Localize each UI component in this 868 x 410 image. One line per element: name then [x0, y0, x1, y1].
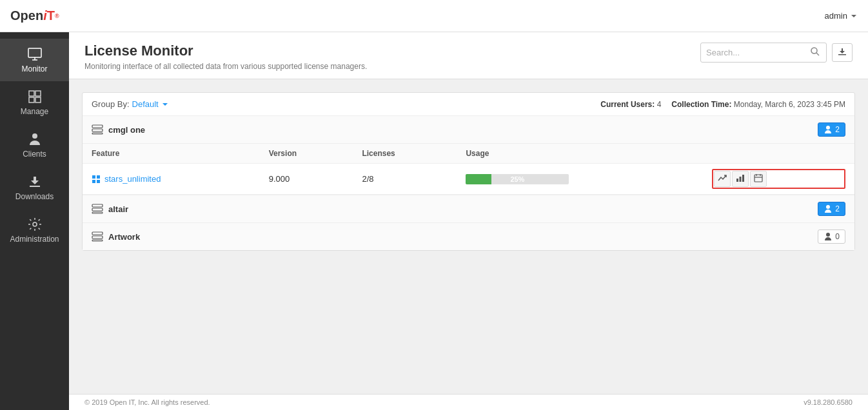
calendar-button[interactable]	[750, 171, 767, 187]
svg-rect-0	[28, 48, 41, 57]
current-users-label: Current Users:	[600, 100, 655, 109]
user-menu[interactable]: admin	[825, 11, 858, 21]
svg-line-11	[816, 53, 819, 55]
monitor-icon	[27, 46, 43, 62]
server-icon-altair	[92, 203, 103, 215]
current-users-value: 4	[657, 100, 662, 109]
sidebar-label-clients: Clients	[23, 150, 46, 159]
administration-icon	[27, 217, 43, 232]
lm-group-artwork: Artwork 0	[83, 223, 854, 250]
content-spacer	[69, 264, 868, 394]
altair-user-badge[interactable]: 2	[818, 202, 845, 216]
progress-bar-fill: 25%	[466, 174, 491, 184]
progress-bar-bg: 25%	[466, 174, 569, 184]
artwork-user-badge[interactable]: 0	[818, 229, 845, 244]
downloads-icon	[27, 174, 43, 190]
version-cell: 9.000	[260, 164, 353, 195]
users-icon-altair	[824, 204, 833, 213]
svg-rect-20	[97, 180, 100, 183]
trend-chart-button[interactable]	[714, 171, 731, 187]
sidebar-label-manage: Manage	[21, 107, 48, 116]
th-actions	[703, 144, 854, 164]
svg-rect-13	[92, 125, 103, 128]
group-by-chevron-icon[interactable]	[161, 101, 169, 108]
lm-header-artwork: Artwork 0	[83, 223, 854, 250]
lm-name-altair-text: altair	[108, 204, 128, 214]
sidebar-item-manage[interactable]: Manage	[0, 81, 69, 124]
collection-time-info: Collection Time: Monday, March 6, 2023 3…	[671, 100, 845, 109]
sidebar-item-administration[interactable]: Administration	[0, 209, 69, 251]
trend-icon	[718, 173, 727, 182]
svg-point-31	[826, 205, 830, 209]
search-box	[700, 43, 827, 63]
username-label: admin	[825, 11, 847, 21]
bar-chart-button[interactable]	[732, 171, 749, 187]
usage-bar-container: 25%	[466, 174, 693, 184]
sidebar-label-administration: Administration	[10, 235, 59, 244]
search-input[interactable]	[706, 48, 809, 57]
bar-chart-icon	[736, 173, 745, 182]
table-header-row: Feature Version Licenses Usage	[83, 144, 854, 164]
collection-info: Current Users: 4 Collection Time: Monday…	[600, 100, 845, 109]
group-by-control: Group By: Default	[92, 99, 169, 109]
svg-rect-23	[742, 175, 744, 182]
feature-grid-icon	[92, 175, 101, 184]
clients-icon	[27, 132, 43, 147]
copyright-text: © 2019 Open IT, Inc. All rights reserved…	[84, 398, 210, 406]
svg-point-7	[32, 133, 37, 139]
lm-header-cmgl: cmgl one 2	[83, 116, 854, 143]
svg-rect-19	[92, 180, 95, 183]
server-icon-artwork	[92, 231, 103, 242]
svg-rect-12	[838, 54, 846, 55]
svg-rect-3	[29, 91, 34, 96]
svg-rect-5	[29, 97, 34, 102]
altair-user-count: 2	[835, 204, 840, 213]
sidebar-item-clients[interactable]: Clients	[0, 124, 69, 166]
svg-rect-15	[92, 133, 103, 134]
usage-cell: 25%	[457, 164, 702, 195]
svg-point-16	[826, 126, 830, 130]
sidebar: Monitor Manage Clients Downloads Adminis…	[0, 32, 69, 410]
svg-point-9	[33, 222, 37, 226]
svg-rect-22	[739, 177, 741, 182]
collection-time-value: Monday, March 6, 2023 3:45 PM	[734, 100, 845, 109]
search-button[interactable]	[809, 46, 821, 59]
manage-icon	[27, 89, 43, 104]
license-table-section: Group By: Default Current Users: 4 Colle…	[82, 92, 855, 251]
search-icon	[811, 47, 820, 56]
feature-name-stars: stars_unlimited	[104, 174, 161, 184]
feature-table-cmgl: Feature Version Licenses Usage	[83, 143, 854, 195]
group-by-value[interactable]: Default	[132, 99, 159, 109]
progress-label: 25%	[510, 174, 524, 184]
svg-rect-33	[92, 236, 103, 239]
current-users-info: Current Users: 4	[600, 100, 661, 109]
actions-cell	[703, 164, 854, 195]
svg-rect-24	[755, 175, 762, 182]
feature-row-stars: stars_unlimited 9.000 2/8 25	[83, 164, 854, 195]
svg-rect-14	[92, 129, 103, 132]
svg-rect-32	[92, 232, 103, 235]
cmgl-user-count: 2	[835, 125, 840, 134]
sidebar-label-downloads: Downloads	[15, 192, 54, 201]
lm-name-cmgl: cmgl one	[92, 124, 145, 135]
page-subtitle: Monitoring interface of all collected da…	[84, 62, 367, 71]
feature-link-stars[interactable]: stars_unlimited	[92, 174, 251, 184]
app-wrapper: OpeniT® admin Monitor Manage Clients	[0, 0, 868, 410]
svg-rect-34	[92, 240, 103, 241]
cmgl-user-badge[interactable]: 2	[818, 122, 845, 137]
th-feature: Feature	[83, 144, 260, 164]
export-button[interactable]	[832, 43, 853, 62]
group-by-label: Group By:	[92, 99, 130, 109]
lm-name-artwork-text: Artwork	[108, 232, 140, 242]
th-licenses: Licenses	[353, 144, 457, 164]
sidebar-item-monitor[interactable]: Monitor	[0, 39, 69, 81]
calendar-icon	[754, 173, 763, 182]
svg-rect-8	[30, 186, 40, 187]
artwork-user-count: 0	[835, 232, 840, 241]
th-version: Version	[260, 144, 353, 164]
svg-point-10	[811, 48, 817, 54]
top-bar: OpeniT® admin	[0, 0, 868, 32]
lm-name-artwork: Artwork	[92, 231, 140, 242]
sidebar-item-downloads[interactable]: Downloads	[0, 166, 69, 209]
lm-name-altair: altair	[92, 203, 128, 215]
